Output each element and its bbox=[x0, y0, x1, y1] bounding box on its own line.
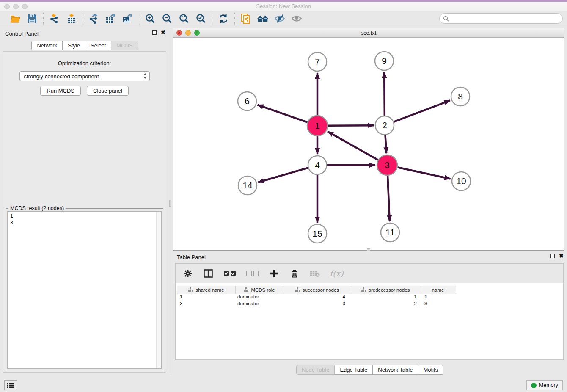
zoom-out-icon[interactable] bbox=[162, 13, 173, 24]
column-header-successor-nodes[interactable]: successor nodes bbox=[284, 286, 351, 294]
mcds-result-text[interactable]: 1 3 bbox=[7, 211, 162, 369]
tab-edge-table[interactable]: Edge Table bbox=[335, 365, 373, 375]
search-input[interactable] bbox=[449, 14, 562, 23]
column-header-MCDS-role[interactable]: MCDS role bbox=[236, 286, 284, 294]
zoom-fit-icon[interactable] bbox=[179, 13, 190, 24]
tab-select[interactable]: Select bbox=[85, 41, 111, 50]
zoom-in-icon[interactable] bbox=[145, 13, 156, 24]
search-box[interactable] bbox=[439, 13, 563, 24]
node-label-8: 8 bbox=[458, 91, 463, 101]
edge-2-3[interactable] bbox=[385, 135, 386, 153]
table-panel: Table Panel ✖ bbox=[173, 252, 567, 376]
close-table-panel-icon[interactable]: ✖ bbox=[559, 254, 564, 258]
network-window: × − + scc.txt 1234678910111415 bbox=[173, 28, 564, 251]
apply-layout-icon[interactable] bbox=[218, 13, 229, 24]
edge-4-14[interactable] bbox=[258, 168, 308, 182]
delete-table-icon[interactable] bbox=[309, 268, 320, 279]
status-bar: Memory bbox=[0, 378, 567, 392]
table-cell: dominator bbox=[236, 294, 284, 301]
hide-selected-icon[interactable] bbox=[274, 13, 285, 24]
criterion-select[interactable]: strongly connected component bbox=[19, 71, 150, 81]
node-label-11: 11 bbox=[385, 227, 395, 237]
edge-3-1[interactable] bbox=[328, 132, 378, 160]
node-label-6: 6 bbox=[245, 96, 250, 106]
table-cell: 3 bbox=[177, 301, 236, 308]
attribute-icon bbox=[295, 287, 300, 292]
run-mcds-button[interactable]: Run MCDS bbox=[40, 86, 81, 96]
edge-3-10[interactable] bbox=[397, 167, 450, 179]
table-body: 1dominator4113dominator323 bbox=[177, 294, 561, 308]
function-builder-icon[interactable]: f(x) bbox=[330, 269, 344, 278]
save-session-icon[interactable] bbox=[27, 13, 38, 24]
export-table-icon[interactable] bbox=[105, 13, 116, 24]
first-neighbors-icon[interactable] bbox=[257, 13, 268, 24]
tab-network[interactable]: Network bbox=[31, 41, 63, 50]
memory-label: Memory bbox=[539, 382, 558, 388]
task-history-button[interactable] bbox=[4, 380, 17, 390]
memory-button[interactable]: Memory bbox=[526, 380, 563, 390]
node-label-3: 3 bbox=[385, 160, 390, 170]
select-all-icon[interactable] bbox=[223, 268, 237, 279]
float-table-panel-icon[interactable] bbox=[550, 254, 555, 258]
table-cell: 1 bbox=[351, 294, 420, 301]
tab-style[interactable]: Style bbox=[63, 41, 85, 50]
import-table-icon[interactable] bbox=[66, 13, 77, 24]
tab-node-table[interactable]: Node Table bbox=[296, 365, 335, 375]
node-label-15: 15 bbox=[312, 229, 322, 238]
table-row[interactable]: 1dominator411 bbox=[177, 294, 561, 301]
network-window-titlebar[interactable]: × − + scc.txt bbox=[173, 28, 564, 38]
control-panel: Control Panel ✖ NetworkStyleSelectMCDS O… bbox=[0, 28, 170, 375]
panel-divider-handle[interactable] bbox=[169, 200, 171, 207]
node-label-10: 10 bbox=[456, 176, 466, 186]
table-row[interactable]: 3dominator323 bbox=[177, 301, 561, 308]
network-canvas[interactable]: 1234678910111415 bbox=[173, 38, 564, 250]
zoom-selected-icon[interactable] bbox=[195, 13, 206, 24]
open-file-icon[interactable] bbox=[10, 13, 21, 24]
clone-network-icon[interactable] bbox=[240, 13, 251, 24]
edge-2-8[interactable] bbox=[394, 100, 450, 122]
node-label-9: 9 bbox=[382, 56, 387, 66]
close-panel-button[interactable]: Close panel bbox=[87, 86, 129, 96]
show-columns-icon[interactable] bbox=[203, 268, 214, 279]
node-label-2: 2 bbox=[382, 120, 387, 130]
deselect-all-icon[interactable] bbox=[246, 268, 259, 279]
frame-resize-handle[interactable] bbox=[367, 248, 370, 251]
main-toolbar bbox=[0, 11, 567, 26]
select-stepper-icon bbox=[143, 73, 147, 79]
delete-column-icon[interactable] bbox=[289, 268, 300, 279]
window-title: Session: New Session bbox=[0, 3, 567, 9]
mcds-tab-content: Optimization criterion: strongly connect… bbox=[3, 51, 166, 373]
float-panel-icon[interactable] bbox=[152, 30, 157, 35]
close-panel-icon[interactable]: ✖ bbox=[161, 30, 165, 35]
node-table-container: f(x) shared nameMCDS rolesuccessor nodes… bbox=[175, 263, 564, 360]
edge-3-11[interactable] bbox=[388, 176, 390, 221]
export-image-icon[interactable] bbox=[122, 13, 133, 24]
criterion-value: strongly connected component bbox=[24, 73, 99, 80]
tab-motifs[interactable]: Motifs bbox=[418, 365, 443, 375]
export-network-icon[interactable] bbox=[88, 13, 99, 24]
column-header-name[interactable]: name bbox=[420, 286, 456, 294]
tab-mcds[interactable]: MCDS bbox=[111, 41, 138, 50]
table-options-icon[interactable] bbox=[182, 268, 193, 279]
add-column-icon[interactable] bbox=[269, 268, 280, 279]
optimization-criterion-label: Optimization criterion: bbox=[3, 60, 166, 66]
edge-2-9[interactable] bbox=[384, 72, 385, 116]
table-cell: 3 bbox=[284, 301, 351, 308]
result-scrollbar[interactable] bbox=[156, 212, 161, 368]
attribute-icon bbox=[244, 287, 248, 292]
edge-1-6[interactable] bbox=[258, 105, 308, 122]
import-network-icon[interactable] bbox=[49, 13, 60, 24]
table-cell: 4 bbox=[284, 294, 351, 301]
column-header-shared-name[interactable]: shared name bbox=[177, 286, 236, 294]
column-header-predecessor-nodes[interactable]: predecessor nodes bbox=[351, 286, 420, 294]
node-label-1: 1 bbox=[315, 121, 320, 130]
table-toolbar: f(x) bbox=[176, 264, 563, 283]
tab-network-table[interactable]: Network Table bbox=[373, 365, 418, 375]
control-panel-tabs: NetworkStyleSelectMCDS bbox=[0, 41, 170, 50]
node-table[interactable]: shared nameMCDS rolesuccessor nodesprede… bbox=[177, 286, 561, 359]
list-icon bbox=[7, 382, 14, 388]
attribute-icon bbox=[361, 287, 366, 292]
node-label-14: 14 bbox=[242, 180, 253, 190]
edge-1-2[interactable] bbox=[328, 125, 374, 126]
show-all-icon[interactable] bbox=[291, 13, 302, 24]
